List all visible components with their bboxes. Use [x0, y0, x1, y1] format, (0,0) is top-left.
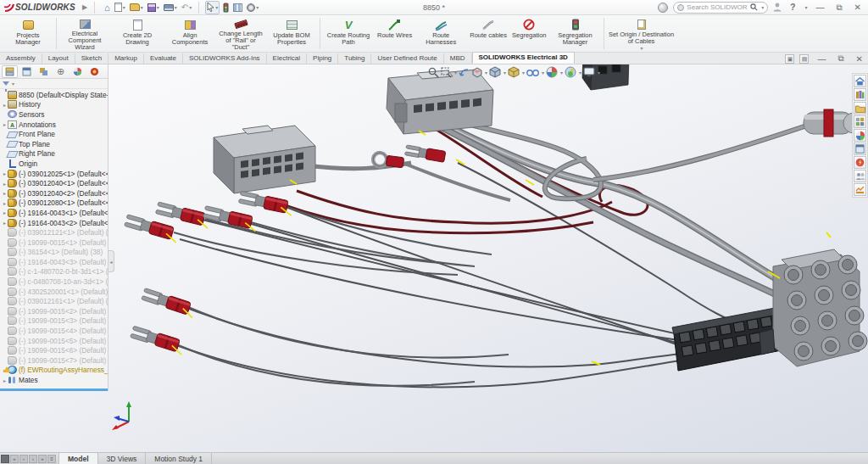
wire-harness-3d-model[interactable]	[0, 64, 868, 452]
tree-item-suppressed[interactable]: ▸(-) 19099-0015<4> (Default) (54)	[0, 326, 108, 336]
tab-assembly[interactable]: Assembly	[0, 53, 42, 64]
tab-tubing[interactable]: Tubing	[338, 53, 371, 64]
apply-scene-icon[interactable]	[565, 66, 576, 78]
tree-item-origin[interactable]: ▸Origin	[0, 159, 108, 169]
connector-header-top[interactable]	[387, 70, 493, 134]
tree-item-front-plane[interactable]: ▸Front Plane	[0, 129, 108, 139]
expand-arrow[interactable]: ▸	[2, 377, 8, 383]
tree-item-top-plane[interactable]: ▸Top Plane	[0, 139, 108, 149]
design-library-icon[interactable]	[854, 88, 866, 101]
fork-terminal[interactable]	[124, 214, 180, 243]
tree-item-mates[interactable]: ▸Mates	[0, 375, 108, 385]
zoom-to-area-icon[interactable]	[441, 67, 452, 78]
pager-prev-icon[interactable]: ‹	[19, 455, 28, 463]
restore-icon[interactable]: ⧉	[832, 3, 845, 13]
change-length-button[interactable]: Change Length of "Rail" or "Duct"	[216, 15, 265, 52]
tree-item-routing-assembly[interactable]: ▸(f) EWRoutingAssyHarness_HB(	[0, 366, 108, 376]
search-dropdown-caret[interactable]: ▾	[761, 4, 764, 10]
minimize-icon[interactable]: —	[812, 3, 827, 12]
doc-close-icon[interactable]: ✕	[853, 54, 866, 64]
tab-markup[interactable]: Markup	[108, 53, 144, 64]
displaymanager-tab-icon[interactable]	[70, 65, 86, 78]
projects-manager-button[interactable]: Projects Manager	[2, 15, 54, 52]
expand-arrow[interactable]: ▸	[2, 210, 8, 215]
create-2d-drawing-button[interactable]: Create 2D Drawing	[111, 15, 164, 52]
expand-arrow[interactable]: ▸	[2, 200, 8, 206]
configurationmanager-tab-icon[interactable]	[36, 65, 52, 78]
display-pane-icon[interactable]	[232, 1, 243, 14]
expand-arrow[interactable]: ▸	[2, 102, 8, 108]
tree-item-suppressed[interactable]: ▸(-) 19099-0015<5> (Default) (55)	[0, 336, 108, 346]
tree-item-suppressed[interactable]: ▸(-) 039012161<1> (Default) (51)	[0, 296, 108, 306]
tree-item-part[interactable]: ▸(-) 039012080<1> (Default<<Default	[0, 198, 108, 209]
tree-item-part[interactable]: ▸(-) 19164-0043<1> (Default<<Defau	[0, 208, 108, 218]
cam-manager-tab-icon[interactable]	[86, 65, 103, 78]
file-explorer-icon[interactable]	[854, 102, 866, 115]
view-palette-icon[interactable]	[854, 115, 866, 128]
options-gear-icon[interactable]: ▾	[246, 1, 259, 14]
tree-item-suppressed[interactable]: ▸(-) c-1-480702-0-bt-3d1<1> (Default	[0, 267, 108, 277]
new-document-icon[interactable]: ▾	[114, 1, 126, 14]
tree-item-suppressed[interactable]: ▸(-) 19164-0043<3> (Default) (39)	[0, 257, 108, 267]
custom-properties-icon[interactable]	[854, 143, 866, 155]
doc-restore-icon[interactable]: ⧉	[834, 53, 847, 64]
open-icon[interactable]: ▾	[129, 1, 144, 14]
flyout-caret-icon[interactable]: ▾	[640, 45, 643, 51]
tab-mbd[interactable]: MBD	[444, 53, 472, 64]
pager-last-icon[interactable]: »	[38, 455, 47, 463]
view-settings-icon[interactable]	[583, 67, 595, 77]
tab-sketch[interactable]: Sketch	[75, 53, 108, 64]
tree-item-part[interactable]: ▸(-) 039012025<1> (Default<<Default	[0, 169, 108, 179]
undo-icon[interactable]: ↶▾	[181, 1, 192, 14]
hide-show-items-icon[interactable]	[526, 68, 539, 77]
panel-flyout-handle[interactable]: ◂	[108, 250, 114, 272]
show-featuremanager-icon[interactable]: ▣	[785, 54, 794, 64]
tab-motion-study-1[interactable]: Motion Study 1	[146, 453, 212, 464]
tab-solidworks-electrical-3d[interactable]: SOLIDWORKS Electrical 3D	[472, 52, 575, 64]
tree-item-sensors[interactable]: ▸Sensors	[0, 109, 108, 120]
graphics-viewport[interactable]: ▾ ▾ ▾ ▾ ▾ ▾ ▾ ▾	[0, 64, 868, 452]
route-harnesses-button[interactable]: Route Harnesses	[415, 15, 467, 52]
tree-item-history[interactable]: ▸History	[0, 100, 108, 110]
subscription-services-icon[interactable]	[854, 183, 866, 196]
help-caret[interactable]: ▾	[804, 4, 807, 10]
fork-terminal[interactable]	[141, 288, 197, 317]
appearances-scenes-icon[interactable]	[854, 129, 866, 142]
select-cursor-icon[interactable]: ▾	[205, 1, 220, 14]
menu-flyout-arrow[interactable]: ▶	[82, 3, 87, 11]
connector-header-left[interactable]	[214, 126, 315, 193]
segregation-button[interactable]: Segregation	[509, 15, 548, 52]
segregation-manager-button[interactable]: Segregation Manager	[549, 15, 602, 52]
electrical-component-wizard-button[interactable]: Electrical Component Wizard	[58, 15, 111, 52]
close-icon[interactable]: ✕	[851, 3, 865, 12]
zoom-to-fit-icon[interactable]	[428, 67, 439, 78]
route-cables-button[interactable]: Route cables	[467, 15, 509, 52]
tree-item-suppressed[interactable]: ▸(-) 4302520001<1> (Default) (48)	[0, 287, 108, 297]
pager-list-icon[interactable]: ≡	[47, 455, 56, 463]
solidworks-resources-icon[interactable]	[854, 75, 866, 87]
user-icon[interactable]	[773, 3, 782, 12]
set-origin-destination-button[interactable]: Set Origin / Destination of Cables ▾	[606, 15, 677, 52]
tree-item-suppressed[interactable]: ▸(-) 19099-0015<3> (Default) (53)	[0, 316, 108, 327]
tree-item-part[interactable]: ▸(-) 039012040<1> (Default<<Default	[0, 178, 108, 188]
tree-item-suppressed[interactable]: ▸(-) 19099-0015<2> (Default) (52)	[0, 306, 108, 316]
align-components-button[interactable]: Align Components	[164, 15, 216, 52]
search-icon[interactable]	[750, 3, 758, 11]
previous-view-icon[interactable]	[459, 67, 470, 78]
tree-item-suppressed[interactable]: ▸(-) c-0480708-10-an-3d<1> (Default	[0, 277, 108, 287]
section-view-icon[interactable]	[471, 67, 482, 78]
tree-item-part[interactable]: ▸(-) 039012040<2> (Default<<Default	[0, 188, 108, 198]
tab-electrical[interactable]: Electrical	[267, 53, 307, 64]
expand-arrow[interactable]: ▸	[2, 181, 8, 187]
tree-item-suppressed[interactable]: ▸(-) 19099-0015<1> (Default) (37)	[0, 238, 108, 248]
expand-arrow[interactable]: ▸	[2, 121, 8, 127]
pager-first-icon[interactable]: «	[10, 455, 19, 463]
search-box[interactable]: Search SOLIDWORKS Help ▾	[673, 2, 768, 14]
edit-appearance-icon[interactable]	[546, 66, 558, 78]
tree-item-part[interactable]: ▸(-) 19164-0043<2> (Default<<Defau	[0, 218, 108, 228]
route-wires-button[interactable]: Route Wires	[375, 15, 415, 52]
help-ball-icon[interactable]	[658, 3, 668, 13]
home-icon[interactable]: ⌂	[103, 1, 111, 14]
panel-splitter[interactable]	[0, 389, 108, 391]
expand-arrow[interactable]: ▸	[2, 171, 8, 176]
